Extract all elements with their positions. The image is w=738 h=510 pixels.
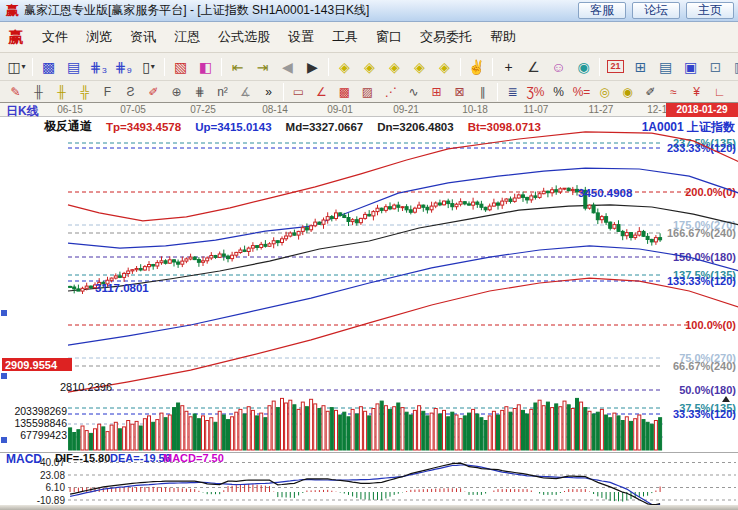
app-logo-icon: 赢 (6, 2, 19, 20)
menu-item[interactable]: 公式选股 (209, 28, 279, 46)
bars-3min-icon[interactable]: ⋕₃ (86, 56, 111, 78)
candle-single-button[interactable]: ▯▾ (136, 56, 161, 78)
menu-item[interactable]: 文件 (33, 28, 77, 46)
last-page-icon-glyph: ⇥ (257, 60, 269, 74)
indicator-values: Tp=3493.4578Up=3415.0143Md=3327.0667Dn=3… (106, 121, 541, 133)
save-icon-glyph: ▣ (684, 60, 697, 74)
percent-lines-icon[interactable]: %= (570, 83, 593, 101)
percent-zone-icon[interactable]: Ʒ% (524, 83, 547, 101)
indicator-value: Dn=3206.4803 (377, 121, 453, 133)
gold-ratio-line-icon[interactable]: ◉ (616, 83, 639, 101)
date-tick-label: 06-15 (57, 104, 83, 115)
menu-items: 文件浏览资讯江恩公式选股设置工具窗口交易委托帮助 (33, 28, 525, 46)
menu-item[interactable]: 帮助 (481, 28, 525, 46)
toolbar-separator (32, 58, 33, 76)
kline-style-button[interactable]: ◫▾ (4, 56, 29, 78)
diamond-left-right-icon[interactable]: ◈ (332, 56, 357, 78)
region-stats-icon[interactable]: ▧ (168, 56, 193, 78)
mask-tool-icon[interactable]: ☺ (546, 56, 571, 78)
box-grid-2-icon[interactable]: ⊠ (448, 83, 471, 101)
more-tools-chevron[interactable]: » (257, 83, 280, 101)
calculator-icon[interactable]: ⊞ (628, 56, 653, 78)
compass-tool-icon[interactable]: ✐ (142, 83, 165, 101)
left-edge-marker-3[interactable] (1, 437, 7, 443)
angle-line-icon[interactable]: ∡ (234, 83, 257, 101)
circle-cycle-icon[interactable]: ⊕ (165, 83, 188, 101)
pen-tool-icon[interactable]: ✎ (4, 83, 27, 101)
menu-item[interactable]: 浏览 (77, 28, 121, 46)
gann-fan-icon[interactable]: ∠ (310, 83, 333, 101)
diamond-all-icon[interactable]: ◈ (432, 56, 457, 78)
spiral-tool-icon-glyph: Ƨ (126, 86, 134, 98)
n-square-icon[interactable]: n² (211, 83, 234, 101)
gold-price-icon[interactable]: ¥ (685, 83, 708, 101)
macd-value-label: DEA=-19.56 (110, 452, 171, 464)
diamond-expand-icon[interactable]: ◈ (382, 56, 407, 78)
price-ladder-icon-glyph: ≣ (507, 86, 517, 98)
menu-item[interactable]: 江恩 (165, 28, 209, 46)
mask-tool-icon-glyph: ☺ (551, 60, 565, 74)
gold-grid-1-icon[interactable]: ╫ (50, 83, 73, 101)
hand-tool-icon[interactable]: ✌ (464, 56, 489, 78)
calendar-icon[interactable]: 21 (603, 56, 628, 78)
angle-measure-icon-glyph: ∠ (527, 60, 540, 74)
hatch-grid-icon[interactable]: ▨ (356, 83, 379, 101)
zigzag-wave-icon[interactable]: ∿ (402, 83, 425, 101)
menu-item[interactable]: 工具 (323, 28, 367, 46)
percent-icon[interactable]: % (547, 83, 570, 101)
rect-measure-icon[interactable]: ▭ (287, 83, 310, 101)
menu-item[interactable]: 窗口 (367, 28, 411, 46)
arrow-note-icon[interactable]: ✐ (639, 83, 662, 101)
titlebar-button-0[interactable]: 客服 (578, 2, 626, 19)
wave-tool-icon[interactable]: ≈ (662, 83, 685, 101)
diamond-up-down-icon[interactable]: ◈ (357, 56, 382, 78)
price-grid-icon[interactable]: ▩ (333, 83, 356, 101)
menu-item[interactable]: 设置 (279, 28, 323, 46)
diamond-up-down-icon-glyph: ◈ (364, 60, 375, 74)
next-page-icon[interactable]: ▶ (300, 56, 325, 78)
export-screen-icon[interactable]: ⊡ (703, 56, 728, 78)
multi-color-chart-icon[interactable]: ◧ (193, 56, 218, 78)
titlebar-button-2[interactable]: 主页 (686, 2, 734, 19)
gann-grid-icon[interactable]: ╫ (27, 83, 50, 101)
percent-icon-glyph: % (553, 86, 564, 98)
parallel-lines-icon[interactable]: ∥ (471, 83, 494, 101)
gann-level-label: 166.67%(240) (667, 227, 736, 239)
titlebar-buttons: 客服论坛主页 (572, 2, 734, 19)
notes-icon[interactable]: ▤ (653, 56, 678, 78)
left-edge-marker-2[interactable] (1, 373, 7, 379)
left-edge-marker-1[interactable] (1, 310, 7, 316)
net-grid-icon[interactable]: ▩ (36, 56, 61, 78)
multi-color-chart-icon-glyph: ◧ (199, 60, 212, 74)
info-list-icon[interactable]: ▤ (61, 56, 86, 78)
save-icon[interactable]: ▣ (678, 56, 703, 78)
smart-brain-icon[interactable]: ◉ (571, 56, 596, 78)
box-grid-icon[interactable]: ⊞ (425, 83, 448, 101)
time-grid-icon[interactable]: ⋕ (188, 83, 211, 101)
remote-pc-icon[interactable]: ▥ (728, 56, 738, 78)
first-page-icon[interactable]: ⇤ (225, 56, 250, 78)
prev-page-icon[interactable]: ◀ (275, 56, 300, 78)
toolbar-main: ◫▾▩▤⋕₃⋕₉▯▾▧◧⇤⇥◀▶◈◈◈◈◈✌+∠☺◉21⊞▤▣⊡▥ (0, 53, 738, 81)
menu-logo-icon: 赢 (8, 28, 23, 47)
crosshair-icon[interactable]: + (496, 56, 521, 78)
speed-lines-icon[interactable]: ⋰ (379, 83, 402, 101)
trend-angle-icon[interactable]: ∟ (708, 83, 731, 101)
date-tick-label: 09-21 (393, 104, 419, 115)
diamond-shrink-icon[interactable]: ◈ (407, 56, 432, 78)
price-ladder-icon[interactable]: ≣ (501, 83, 524, 101)
titlebar-button-1[interactable]: 论坛 (632, 2, 680, 19)
last-page-icon[interactable]: ⇥ (250, 56, 275, 78)
angle-measure-icon[interactable]: ∠ (521, 56, 546, 78)
spiral-tool-icon[interactable]: Ƨ (119, 83, 142, 101)
menu-item[interactable]: 交易委托 (411, 28, 481, 46)
percent-lines-icon-glyph: %= (573, 86, 591, 98)
menu-item[interactable]: 资讯 (121, 28, 165, 46)
current-date-badge: 2018-01-29 (666, 103, 738, 117)
bars-9min-icon[interactable]: ⋕₉ (111, 56, 136, 78)
toolbar-separator (328, 58, 329, 76)
kline-chart-svg[interactable]: 237.5%(135)233.33%(120)200.0%(0)175.0%(2… (0, 103, 738, 505)
fibo-grid-icon[interactable]: F (96, 83, 119, 101)
gold-grid-2-icon[interactable]: ╬ (73, 83, 96, 101)
gold-ratio-circle-icon[interactable]: ◎ (593, 83, 616, 101)
